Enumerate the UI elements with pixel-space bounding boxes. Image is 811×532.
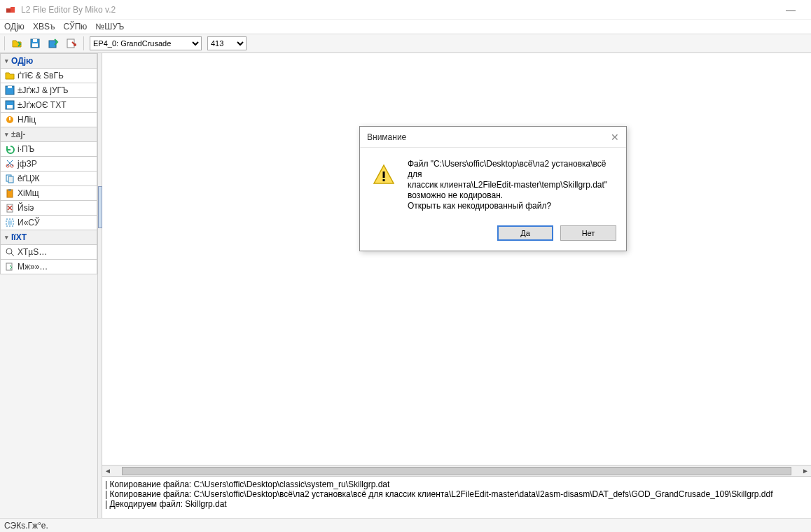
- save-as-icon[interactable]: [47, 37, 60, 50]
- menu-item-1[interactable]: ХВЅъ: [33, 22, 55, 31]
- scroll-left-icon[interactable]: ◄: [102, 467, 113, 475]
- dialog-title-bar[interactable]: Внимание ✕: [360, 127, 626, 148]
- svg-rect-11: [7, 105, 13, 108]
- build-dropdown[interactable]: 413: [207, 36, 247, 50]
- svg-point-23: [6, 248, 12, 254]
- dialog-buttons: Да Нет: [360, 217, 626, 251]
- side-btn-save[interactable]: ±ЈґжЈ & јУГЪ: [0, 83, 97, 97]
- side-btn-savetxt[interactable]: ±ЈґжОЄ TXT: [0, 97, 97, 112]
- menu-item-2[interactable]: СЎПю: [63, 22, 87, 31]
- replace-icon: [5, 262, 15, 272]
- chevron-down-icon: ▾: [5, 131, 8, 138]
- select-all-icon: [5, 218, 15, 227]
- svg-rect-4: [32, 43, 38, 47]
- save-icon[interactable]: [29, 37, 41, 50]
- scroll-thumb[interactable]: [122, 467, 791, 475]
- svg-rect-26: [383, 179, 385, 181]
- folder-open-icon: [5, 71, 15, 80]
- svg-rect-13: [9, 117, 11, 120]
- undo-icon: [5, 144, 15, 154]
- svg-point-7: [74, 43, 76, 46]
- editor-area: [102, 53, 811, 465]
- content-area: ◄ ► | Копирование файла: C:\Users\offic\…: [102, 53, 811, 518]
- main-area: ▾ОДјю ґтїЄ & ЅвГЬ ±ЈґжЈ & јУГЪ ±ЈґжОЄ TX…: [0, 53, 811, 518]
- svg-rect-3: [33, 39, 37, 42]
- exit-icon: [5, 115, 15, 125]
- side-btn-replace[interactable]: Мж»»…: [0, 259, 97, 274]
- side-group2-header[interactable]: ▾±ај-: [0, 127, 97, 141]
- svg-rect-9: [8, 86, 12, 88]
- svg-rect-25: [383, 172, 385, 178]
- log-line: | Копирование файла: C:\Users\offic\Desk…: [105, 479, 808, 489]
- warning-dialog: Внимание ✕ Файл "C:\Users\offic\Desktop\…: [359, 126, 627, 251]
- side-btn-cut[interactable]: јфЗР: [0, 156, 97, 171]
- open-icon[interactable]: [11, 37, 23, 50]
- menu-item-0[interactable]: ОДјю: [4, 22, 25, 31]
- menu-item-3[interactable]: №ШУЪ: [95, 22, 124, 31]
- side-group1-header[interactable]: ▾ОДјю: [0, 53, 97, 68]
- log-line: | Копирование файла: C:\Users\offic\Desk…: [105, 489, 808, 499]
- warning-icon: [370, 159, 398, 211]
- cut-icon: [5, 159, 15, 169]
- toolbar-sep: [4, 36, 5, 50]
- svg-rect-22: [8, 220, 12, 225]
- chevron-down-icon: ▾: [5, 234, 8, 241]
- close-icon[interactable]: ✕: [611, 132, 619, 143]
- side-btn-paste[interactable]: ХіМщ: [0, 186, 97, 200]
- title-bar: L2 File Editor By Miko v.2 —: [0, 0, 811, 20]
- side-btn-exit[interactable]: НЛіц: [0, 112, 97, 127]
- status-text: СЭКѕ.Гж°е.: [4, 521, 48, 531]
- side-btn-delete[interactable]: Йѕіэ: [0, 200, 97, 215]
- toolbar-sep2: [83, 36, 84, 50]
- side-group3-header[interactable]: ▾ІїХТ: [0, 230, 97, 244]
- side-panel: ▾ОДјю ґтїЄ & ЅвГЬ ±ЈґжЈ & јУГЪ ±ЈґжОЄ TX…: [0, 53, 98, 518]
- svg-rect-17: [8, 176, 13, 183]
- side-btn-open[interactable]: ґтїЄ & ЅвГЬ: [0, 68, 97, 83]
- svg-rect-0: [6, 8, 11, 13]
- menu-bar: ОДјю ХВЅъ СЎПю №ШУЪ: [0, 20, 811, 34]
- log-line: | Декодируем файл: Skillgrp.dat: [105, 499, 808, 509]
- paste-icon: [5, 188, 15, 198]
- dialog-body: Файл "C:\Users\offic\Desktop\всё\ла2 уст…: [360, 148, 626, 217]
- side-btn-copy[interactable]: ёґЦЖ: [0, 171, 97, 186]
- side-btn-selectall[interactable]: И«СЎ: [0, 215, 97, 230]
- yes-button[interactable]: Да: [497, 225, 553, 241]
- window-buttons: —: [780, 4, 805, 15]
- version-dropdown[interactable]: EP4_0: GrandCrusade: [90, 36, 202, 50]
- side-btn-find[interactable]: ХТµЅ…: [0, 244, 97, 259]
- log-panel: | Копирование файла: C:\Users\offic\Desk…: [102, 476, 811, 518]
- chevron-down-icon: ▾: [5, 57, 8, 64]
- scroll-right-icon[interactable]: ►: [800, 467, 811, 475]
- copy-icon: [5, 174, 15, 183]
- horizontal-scrollbar[interactable]: ◄ ►: [102, 465, 811, 476]
- dialog-message: Файл "C:\Users\offic\Desktop\всё\ла2 уст…: [408, 159, 616, 211]
- toolbar: EP4_0: GrandCrusade 413: [0, 34, 811, 53]
- find-icon: [5, 247, 15, 257]
- save-txt-icon: [5, 100, 15, 110]
- svg-rect-1: [11, 7, 15, 13]
- no-button[interactable]: Нет: [560, 225, 616, 241]
- export-icon[interactable]: [65, 37, 78, 50]
- window-title: L2 File Editor By Miko v.2: [21, 5, 116, 15]
- side-btn-undo[interactable]: і·ПЪ: [0, 141, 97, 156]
- delete-icon: [5, 203, 15, 213]
- save-icon: [5, 85, 15, 95]
- svg-rect-19: [8, 189, 11, 191]
- app-icon: [6, 4, 17, 15]
- status-bar: СЭКѕ.Гж°е.: [0, 518, 811, 532]
- dialog-title: Внимание: [367, 132, 406, 142]
- minimize-button[interactable]: —: [780, 4, 801, 15]
